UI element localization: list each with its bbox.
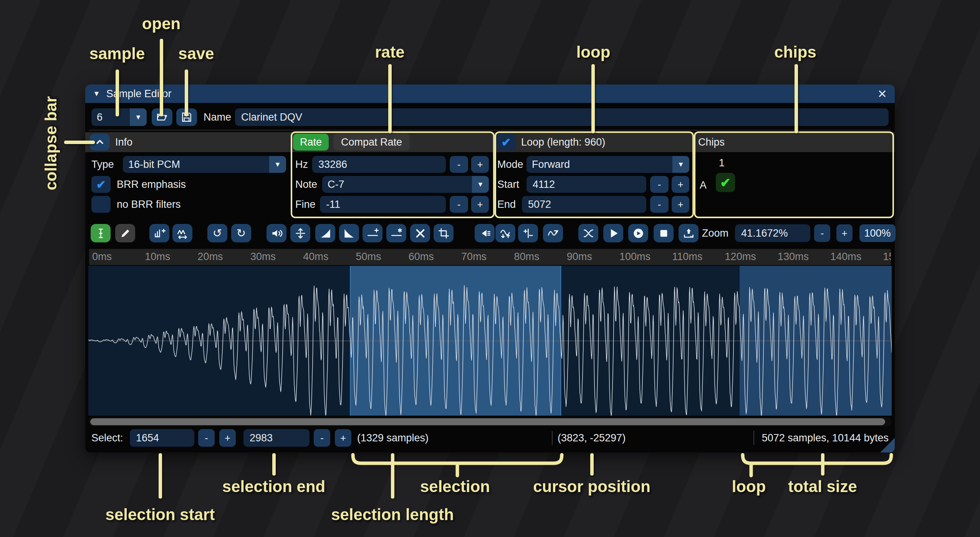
loop-end-input[interactable]: 5072 xyxy=(522,196,646,213)
apply-silence-button[interactable] xyxy=(386,224,406,242)
save-floppy-icon xyxy=(181,111,192,123)
zoom-minus-button[interactable]: - xyxy=(814,224,830,242)
collapse-bar-button[interactable] xyxy=(90,134,110,151)
zoom-input[interactable]: 41.1672% xyxy=(735,224,810,242)
undo-icon: ↺ xyxy=(213,227,222,240)
note-dropdown[interactable]: C-7 ▼ xyxy=(322,176,489,193)
type-dropdown[interactable]: 16-bit PCM ▼ xyxy=(123,156,286,173)
tab-rate[interactable]: Rate xyxy=(293,134,329,151)
select-label: Select: xyxy=(91,429,123,447)
folder-open-icon xyxy=(156,111,168,123)
chevron-down-icon: ▼ xyxy=(269,156,286,173)
fine-input[interactable]: -11 xyxy=(320,196,446,213)
crossfade-button[interactable] xyxy=(578,224,598,242)
waveform-scrollbar[interactable] xyxy=(88,417,892,426)
loop-start-input[interactable]: 4112 xyxy=(526,176,646,193)
signedness-button[interactable] xyxy=(518,224,538,242)
selection-start-minus-button[interactable]: - xyxy=(198,429,215,447)
ruler-tick: 50ms xyxy=(356,251,381,263)
fine-plus-button[interactable]: + xyxy=(471,196,489,213)
hz-input[interactable]: 33286 xyxy=(312,156,446,173)
zoom-plus-button[interactable]: + xyxy=(836,224,853,242)
hz-minus-button[interactable]: - xyxy=(450,156,468,173)
time-ruler: 0ms10ms20ms30ms40ms50ms60ms70ms80ms90ms1… xyxy=(89,249,891,265)
scrollbar-thumb[interactable] xyxy=(90,418,885,425)
selection-bracket xyxy=(351,453,564,478)
loop-start-minus-button[interactable]: - xyxy=(650,176,669,193)
type-value: 16-bit PCM xyxy=(123,156,269,173)
selection-start-plus-button[interactable]: + xyxy=(219,429,236,447)
note-label: Note xyxy=(295,176,317,193)
amplify-button[interactable] xyxy=(267,224,286,242)
brr-emphasis-checkbox[interactable]: ✔ xyxy=(91,176,111,193)
delete-button[interactable] xyxy=(410,224,430,242)
wave-stretch-icon xyxy=(177,227,189,239)
draw-mode-button[interactable] xyxy=(115,224,135,242)
fine-minus-button[interactable]: - xyxy=(450,196,468,213)
play-icon xyxy=(608,227,619,239)
name-input[interactable]: Clarinet DQV xyxy=(235,108,889,126)
callout-line xyxy=(272,453,276,476)
open-sample-button[interactable] xyxy=(152,108,172,126)
save-sample-button[interactable] xyxy=(176,108,197,126)
sample-number-dropdown[interactable]: 6 ▼ xyxy=(91,108,147,126)
loop-mode-dropdown[interactable]: Forward ▼ xyxy=(526,156,689,173)
zoom-label: Zoom xyxy=(702,224,728,242)
filter-button[interactable] xyxy=(543,224,563,242)
stop-preview-button[interactable] xyxy=(654,224,674,242)
chip-a1-checkbox[interactable]: ✔ xyxy=(716,173,735,192)
invert-button[interactable] xyxy=(495,224,515,242)
tab-compat-rate[interactable]: Compat Rate xyxy=(333,134,410,151)
ibeam-cursor-icon xyxy=(95,227,107,239)
hz-label: Hz xyxy=(295,156,308,173)
load-to-chip-button[interactable] xyxy=(679,224,699,242)
loop-enable-checkbox[interactable]: ✔ xyxy=(497,134,516,151)
info-panel-header: Info xyxy=(85,132,291,152)
fade-in-button[interactable] xyxy=(315,224,335,242)
normalize-button[interactable] xyxy=(290,224,310,242)
loop-end-plus-button[interactable]: + xyxy=(672,196,689,213)
ruler-tick: 90ms xyxy=(567,251,592,263)
callout-line xyxy=(590,453,594,476)
selection-end-minus-button[interactable]: - xyxy=(314,429,330,447)
window-collapse-icon[interactable]: ▼ xyxy=(93,90,100,98)
preview-button[interactable] xyxy=(603,224,623,242)
crop-icon xyxy=(438,227,450,239)
chip-row-label: A xyxy=(700,177,707,194)
chips-panel: Chips 1 A ✔ xyxy=(694,132,895,217)
loop-end-minus-button[interactable]: - xyxy=(650,196,669,213)
annotation-selection-start: selection start xyxy=(106,506,215,524)
resize-button[interactable] xyxy=(149,224,169,242)
resize-grip[interactable] xyxy=(878,436,895,452)
reverse-icon xyxy=(479,227,491,239)
annotation-open: open xyxy=(142,15,180,33)
edit-cursor-button[interactable] xyxy=(91,224,111,242)
loop-start-plus-button[interactable]: + xyxy=(672,176,689,193)
annotation-collapse-bar: collapse bar xyxy=(42,96,60,190)
zoom-reset-button[interactable]: 100% xyxy=(859,224,896,242)
plus-minus-icon xyxy=(522,227,534,239)
wave-expand-icon xyxy=(295,227,306,239)
fade-out-button[interactable] xyxy=(339,224,359,242)
loop-header-label: Loop (length: 960) xyxy=(521,136,605,148)
selection-end-input[interactable]: 2983 xyxy=(243,429,310,447)
waveform-view[interactable] xyxy=(88,266,892,416)
no-brr-filters-checkbox[interactable] xyxy=(91,196,111,213)
hz-plus-button[interactable]: + xyxy=(471,156,489,173)
insert-silence-button[interactable] xyxy=(363,224,382,242)
waveform-canvas[interactable] xyxy=(88,266,892,416)
loop-panel: ✔ Loop (length: 960) Mode Forward ▼ Star… xyxy=(494,132,694,217)
ruler-tick: 0ms xyxy=(92,251,112,263)
close-icon[interactable]: ✕ xyxy=(877,87,887,101)
reverse-button[interactable] xyxy=(475,224,495,242)
undo-button[interactable]: ↺ xyxy=(207,224,227,242)
fade-in-icon xyxy=(319,227,331,239)
preview-loop-button[interactable] xyxy=(628,224,648,242)
stop-icon xyxy=(658,227,670,239)
resample-button[interactable] xyxy=(172,224,192,242)
selection-start-input[interactable]: 1654 xyxy=(130,429,194,447)
trim-button[interactable] xyxy=(434,224,454,242)
loop-mode-value: Forward xyxy=(526,156,672,173)
redo-button[interactable]: ↻ xyxy=(231,224,251,242)
selection-end-plus-button[interactable]: + xyxy=(335,429,351,447)
